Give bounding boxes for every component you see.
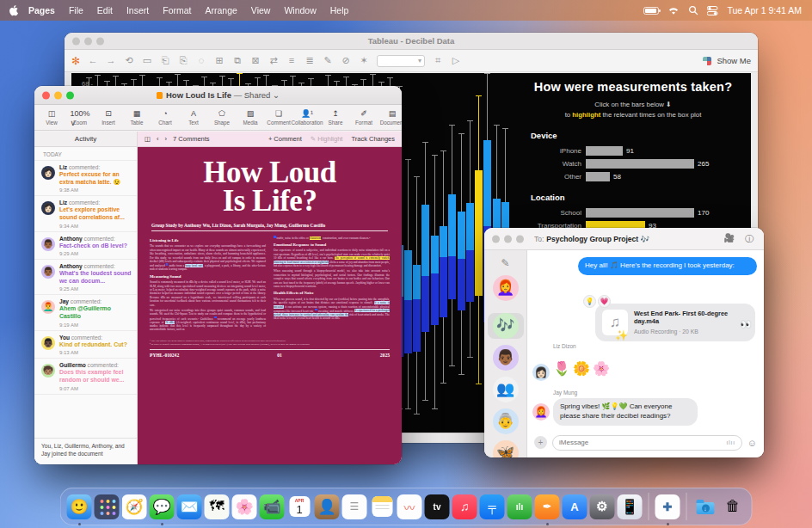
menu-format[interactable]: Format xyxy=(163,5,191,15)
pages-toolbar-format[interactable]: ✐Format xyxy=(355,109,372,126)
tapback-heart[interactable]: 💗 xyxy=(598,295,611,308)
pages-toolbar-media[interactable]: ▨Media xyxy=(242,109,259,126)
bar-iphone[interactable] xyxy=(586,146,623,156)
menu-window[interactable]: Window xyxy=(284,5,316,15)
menu-view[interactable]: View xyxy=(251,5,271,15)
comment-item[interactable]: 👨🏾Anthony commented:Fact-check on dB lev… xyxy=(34,232,137,261)
video-call-icon[interactable]: 🎥 xyxy=(724,233,735,245)
prev-comment-button[interactable]: ‹ xyxy=(157,135,159,143)
pages-traffic-lights[interactable] xyxy=(42,91,74,99)
dock-calendar-icon[interactable]: APR1 xyxy=(287,494,312,519)
audio-record-icon[interactable]: ılıı xyxy=(726,439,735,446)
dock-music-icon[interactable]: ♫ xyxy=(452,494,477,519)
comment-item[interactable]: 👩🏻Liz commented:Perfect excuse for an ex… xyxy=(34,161,137,196)
panel-bar-row[interactable]: Other58 xyxy=(512,171,751,181)
toolbar-undo-icon[interactable]: ⟲ xyxy=(124,55,134,66)
dock-tableau-icon[interactable]: ✚ xyxy=(655,494,680,519)
sent-message-bubble[interactable]: Hey all! 🎵 Here's the recording I took y… xyxy=(578,257,757,275)
pages-toolbar-collaboration[interactable]: 👤¹Collaboration xyxy=(298,109,316,126)
comment-item[interactable]: 👩🏻Liz commented:Let's explore positive s… xyxy=(34,196,137,231)
dock-iphone-mirroring-icon[interactable]: 📱 xyxy=(618,494,643,519)
document-page[interactable]: How LoudIs Life? Group Study by Anthony … xyxy=(138,147,402,464)
dock-freeform-icon[interactable]: 〰 xyxy=(397,494,422,519)
panel-bar-row[interactable]: School170 xyxy=(512,207,751,218)
menu-help[interactable]: Help xyxy=(330,5,349,15)
pages-toolbar-comment[interactable]: ❏Comment xyxy=(270,109,287,126)
dock-mail-icon[interactable]: ✉️ xyxy=(177,494,202,519)
shared-menu[interactable]: — Shared ⌄ xyxy=(234,90,280,100)
toolbar-clear-icon[interactable]: ⊠ xyxy=(250,55,261,66)
dock-reminders-icon[interactable]: ☰ xyxy=(342,494,367,519)
pages-toolbar-document[interactable]: ▤Document xyxy=(384,109,401,126)
dock-launchpad-icon[interactable] xyxy=(95,494,120,519)
toolbar-forward-icon[interactable]: → xyxy=(106,55,116,66)
tapback-bulb[interactable]: 💡 xyxy=(583,295,596,308)
toolbar-save-icon[interactable]: ▭ xyxy=(142,55,152,66)
messages-title-bar[interactable]: To: Psychology Group Project 🎶 🎥 ⓘ xyxy=(484,228,764,250)
dock-pages-icon[interactable]: ✒ xyxy=(535,494,560,519)
toolbar-new-worksheet-icon[interactable]: ⊞ xyxy=(214,55,225,66)
pages-window[interactable]: How Loud Is Life — Shared ⌄ ◫View100% ∨Z… xyxy=(34,86,402,464)
dock-trash-icon[interactable]: 🗑 xyxy=(721,494,746,519)
messages-window[interactable]: To: Psychology Group Project 🎶 🎥 ⓘ ✎👩‍🦰🎶… xyxy=(484,228,764,457)
dock-downloads-icon[interactable]: ↓ xyxy=(693,494,718,519)
liz-avatar[interactable]: 👩🏻 xyxy=(532,364,550,381)
panel-toggle-icon[interactable]: ◫ xyxy=(145,135,151,143)
chat-area[interactable]: Hey all! 🎵 Here's the recording I took y… xyxy=(527,250,764,457)
menu-bar-clock[interactable]: Tue Apr 1 9:41 AM xyxy=(727,5,802,15)
panel-bar-row[interactable]: Watch265 xyxy=(512,158,751,169)
track-changes-button[interactable]: Track Changes xyxy=(351,135,395,143)
fit-dropdown[interactable]: ▾ xyxy=(377,55,425,67)
toolbar-highlight-icon[interactable]: ✎ xyxy=(323,55,333,66)
info-icon[interactable]: ⓘ xyxy=(745,233,754,245)
compose-icon[interactable]: ✎ xyxy=(501,257,509,269)
apple-logo-icon[interactable] xyxy=(9,4,20,16)
tableau-traffic-lights[interactable] xyxy=(72,37,104,45)
dock-messages-icon[interactable]: 💬 xyxy=(150,494,175,519)
conversation-item[interactable]: 👵 xyxy=(488,408,524,434)
pages-toolbar-view[interactable]: ◫View xyxy=(43,109,60,126)
tableau-title-bar[interactable]: Tableau - Decibel Data xyxy=(65,33,758,50)
battery-icon[interactable] xyxy=(643,7,659,15)
dock-safari-icon[interactable]: 🧭 xyxy=(122,494,147,519)
menu-edit[interactable]: Edit xyxy=(97,5,113,15)
toolbar-pause-updates-icon[interactable]: ⎘ xyxy=(178,55,188,66)
next-comment-button[interactable]: › xyxy=(165,135,168,143)
dock-maps-icon[interactable]: 🗺 xyxy=(205,494,230,519)
panel-bar-row[interactable]: iPhone91 xyxy=(512,145,751,156)
highlight-button[interactable]: ✎ Highlight xyxy=(311,135,343,143)
pages-toolbar-table[interactable]: ▦Table xyxy=(128,109,145,126)
add-comment-button[interactable]: + Comment xyxy=(268,135,302,143)
toolbar-swap-rows-columns-icon[interactable]: ⇄ xyxy=(268,55,279,66)
conversation-item[interactable]: 👥 xyxy=(488,377,524,402)
jay-avatar[interactable]: 👩‍🦰 xyxy=(532,403,550,421)
messages-traffic-lights[interactable] xyxy=(492,235,524,243)
comment-item[interactable]: 🧒🏽Guillermo commented:Does this example … xyxy=(34,359,137,394)
conversation-item-selected[interactable]: 🎶 xyxy=(488,313,524,339)
dock-contacts-icon[interactable]: 👤 xyxy=(315,494,340,519)
pages-toolbar-insert[interactable]: ⊡Insert xyxy=(100,109,117,126)
add-attachment-button[interactable]: + xyxy=(534,436,547,449)
message-input[interactable] xyxy=(559,439,726,446)
toolbar-run-updates-icon[interactable]: ◌ xyxy=(196,55,206,66)
conversation-item[interactable]: 👩‍🦰 xyxy=(488,275,524,301)
pages-toolbar-chart[interactable]: ◔Chart xyxy=(157,109,174,126)
comment-item[interactable]: 👨‍🦰Jay commented:Ahem @Guillermo Castill… xyxy=(34,295,137,330)
menu-arrange[interactable]: Arrange xyxy=(205,5,237,15)
dock-settings-icon[interactable]: ⚙ xyxy=(590,494,615,519)
toolbar-back-icon[interactable]: ← xyxy=(88,55,98,66)
menu-insert[interactable]: Insert xyxy=(126,5,149,15)
pages-toolbar-share[interactable]: ↥Share xyxy=(327,109,344,126)
pages-toolbar-text[interactable]: AText xyxy=(185,109,202,126)
received-message-bubble[interactable]: Spring vibes! 🌿💡💚 Can everyone please sh… xyxy=(553,398,698,426)
pages-toolbar-shape[interactable]: ⬠Shape xyxy=(213,109,231,126)
flower-emoji-message[interactable]: 🌷🌼🌸 xyxy=(553,360,612,377)
message-field[interactable]: ılıı xyxy=(552,435,742,451)
tapback-reactions[interactable]: 💡 💗 xyxy=(583,295,611,308)
bar-other[interactable] xyxy=(586,172,610,181)
dock-facetime-icon[interactable]: 📹 xyxy=(260,494,285,519)
dock-appstore-icon[interactable]: A xyxy=(563,494,587,519)
toolbar-format-icon[interactable]: ⊘ xyxy=(341,55,351,66)
toolbar-presentation-mode-icon[interactable]: ▷ xyxy=(451,55,461,66)
toolbar-sort-descending-icon[interactable]: ≣ xyxy=(304,55,315,66)
